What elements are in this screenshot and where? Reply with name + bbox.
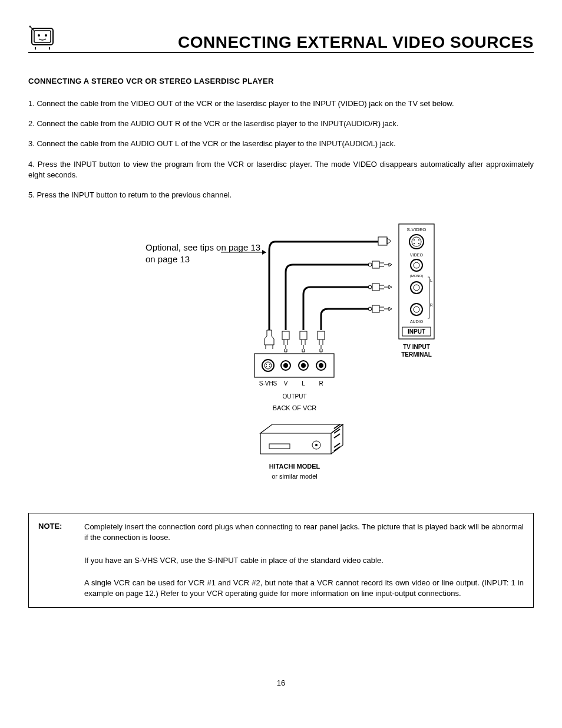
tv-logo-icon: [28, 24, 57, 52]
svg-text:OUTPUT: OUTPUT: [282, 393, 306, 400]
svg-rect-90: [269, 444, 290, 449]
svg-point-17: [414, 243, 415, 244]
note-box: NOTE: Completely insert the connection c…: [28, 513, 534, 608]
svg-text:R: R: [429, 303, 432, 307]
page-title: CONNECTING EXTERNAL VIDEO SOURCES: [178, 34, 534, 51]
svg-point-79: [283, 363, 288, 368]
svg-point-2: [38, 34, 40, 37]
svg-text:L: L: [430, 278, 432, 282]
svg-rect-59: [282, 331, 289, 340]
svg-point-3: [45, 34, 47, 37]
svg-line-93: [334, 424, 340, 429]
svg-text:S-VHS: S-VHS: [259, 380, 277, 387]
svg-point-81: [301, 363, 306, 368]
svg-marker-44: [389, 263, 392, 266]
note-label: NOTE:: [38, 522, 84, 599]
svg-text:HITACHI MODEL: HITACHI MODEL: [269, 463, 320, 470]
vcr-drawing: [260, 424, 343, 454]
svg-text:V: V: [284, 380, 288, 387]
step-item: 2. Connect the cable from the AUDIO OUT …: [28, 118, 534, 129]
svg-text:R: R: [319, 380, 323, 387]
svg-rect-51: [372, 305, 379, 312]
svg-point-25: [414, 285, 419, 291]
svg-point-18: [418, 243, 419, 244]
svg-marker-50: [389, 285, 392, 289]
connection-diagram: Optional, see tips on page 13 on page 13…: [104, 218, 458, 489]
svg-text:INPUT: INPUT: [408, 328, 425, 335]
svg-point-24: [411, 282, 422, 294]
svg-point-92: [315, 444, 318, 446]
svg-point-14: [412, 237, 421, 246]
svg-marker-10: [262, 250, 266, 255]
svg-text:AUDIO: AUDIO: [410, 319, 424, 324]
instruction-list: 1. Connect the cable from the VIDEO OUT …: [28, 98, 534, 200]
svhs-plug-down: [265, 330, 274, 349]
note-paragraph: If you have an S-VHS VCR, use the S-INPU…: [84, 555, 524, 566]
svg-point-21: [414, 262, 419, 268]
svg-text:S-VIDEO: S-VIDEO: [407, 227, 427, 232]
svg-rect-45: [372, 284, 379, 291]
step-item: 5. Press the INPUT button to return to t…: [28, 190, 534, 200]
svg-text:(MONO): (MONO): [410, 274, 424, 278]
svg-point-73: [265, 362, 272, 369]
svg-text:or similar model: or similar model: [272, 473, 318, 480]
svg-text:on page 13: on page 13: [146, 254, 190, 264]
svg-text:L: L: [302, 380, 305, 387]
svideo-plug: [378, 237, 391, 245]
note-paragraph: Completely insert the connection cord pl…: [84, 522, 524, 543]
svg-rect-67: [318, 331, 325, 340]
svg-point-75: [269, 364, 270, 365]
svg-point-72: [262, 360, 274, 371]
svg-point-76: [266, 366, 267, 367]
svg-point-16: [418, 239, 419, 241]
svg-point-15: [414, 239, 415, 241]
step-item: 4. Press the INPUT button to view the pr…: [28, 159, 534, 180]
step-item: 1. Connect the cable from the VIDEO OUT …: [28, 98, 534, 109]
note-paragraph: A single VCR can be used for VCR #1 and …: [84, 578, 524, 599]
svg-point-7: [29, 26, 31, 28]
svg-point-27: [411, 304, 422, 315]
optional-text-line1: Optional, see tips on page 13: [146, 242, 260, 252]
svg-text:BACK OF VCR: BACK OF VCR: [273, 404, 317, 411]
svg-point-74: [266, 364, 267, 365]
svg-line-94: [334, 429, 340, 433]
svg-point-20: [411, 259, 422, 271]
svg-marker-56: [389, 307, 392, 311]
svg-rect-39: [372, 261, 379, 268]
svg-point-77: [269, 366, 270, 367]
svg-rect-1: [34, 31, 51, 42]
svg-rect-37: [378, 237, 387, 245]
page-number: 16: [28, 678, 534, 687]
svg-point-83: [319, 363, 323, 368]
svg-text:TV INPUT: TV INPUT: [403, 344, 430, 350]
svg-rect-63: [300, 331, 307, 340]
svg-text:VIDEO: VIDEO: [410, 253, 423, 257]
section-heading: CONNECTING A STEREO VCR OR STEREO LASERD…: [28, 77, 534, 85]
svg-marker-38: [387, 238, 391, 244]
svg-point-28: [414, 307, 419, 312]
svg-line-95: [334, 434, 340, 438]
svg-text:TERMINAL: TERMINAL: [401, 351, 432, 358]
step-item: 3. Connect the cable from the AUDIO OUT …: [28, 139, 534, 149]
